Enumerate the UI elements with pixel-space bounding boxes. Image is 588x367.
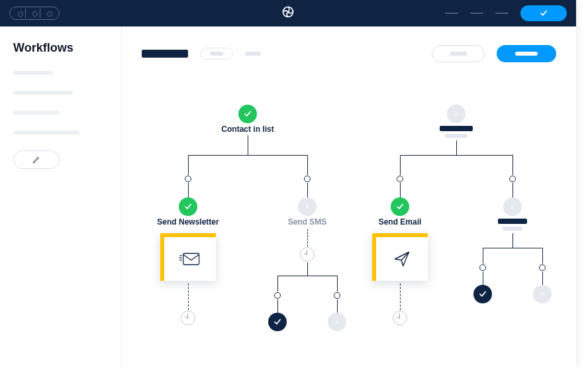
connector <box>513 233 513 248</box>
connector-dot <box>274 292 281 299</box>
topbar-link[interactable] <box>495 13 509 14</box>
sidebar-title: Workflows <box>13 41 108 55</box>
brand-logo <box>281 5 295 21</box>
node-status-muted[interactable] <box>298 197 317 216</box>
clock-icon <box>181 311 195 325</box>
stepper-dot <box>28 9 40 18</box>
connector <box>277 276 278 291</box>
check-icon <box>273 317 282 327</box>
connector <box>277 276 337 276</box>
action-card-newsletter[interactable] <box>160 233 216 281</box>
connector <box>513 183 513 197</box>
connector <box>483 248 483 264</box>
connector <box>456 140 457 155</box>
close-icon <box>452 110 460 118</box>
connector <box>542 248 543 264</box>
confirm-button[interactable] <box>520 5 567 21</box>
sidebar-item[interactable] <box>13 131 79 134</box>
tab-item[interactable] <box>200 48 233 60</box>
connector <box>307 229 308 246</box>
paper-plane-icon <box>393 250 411 268</box>
sidebar-item[interactable] <box>13 91 73 95</box>
node-label: Send Email <box>379 217 422 227</box>
connector-dot <box>539 264 546 271</box>
pencil-icon <box>32 155 41 164</box>
main-area: Contact in list Send Newsletter <box>122 26 576 367</box>
stepper-dot <box>14 9 26 18</box>
node-label: Send SMS <box>288 217 327 227</box>
connector <box>188 155 189 175</box>
node-label: Contact in list <box>221 125 273 134</box>
node-status-muted[interactable] <box>533 285 552 303</box>
connector-dot <box>334 292 340 299</box>
check-icon <box>539 9 548 18</box>
check-icon <box>395 202 405 211</box>
topbar <box>0 0 576 26</box>
connector-dot <box>185 176 191 182</box>
svg-rect-1 <box>183 254 199 265</box>
topbar-link[interactable] <box>470 13 483 14</box>
connector <box>483 272 483 285</box>
connector <box>188 155 307 156</box>
node-label: Send Newsletter <box>157 217 219 227</box>
connector <box>513 155 513 175</box>
connector <box>277 299 278 313</box>
connector <box>400 284 401 310</box>
tab-active[interactable] <box>142 50 188 58</box>
node-status-muted[interactable] <box>328 313 346 331</box>
node-status-complete[interactable] <box>473 285 492 303</box>
node-status-muted[interactable] <box>503 197 522 216</box>
node-sub-placeholder <box>503 227 522 231</box>
check-icon <box>183 202 193 211</box>
tabs-row <box>122 26 576 68</box>
topbar-link[interactable] <box>445 13 458 14</box>
close-icon <box>538 290 546 298</box>
edit-button[interactable] <box>13 150 60 169</box>
node-label-placeholder <box>498 219 527 224</box>
connector <box>188 183 189 197</box>
node-sub-placeholder <box>445 134 467 138</box>
tab-item[interactable] <box>245 52 261 56</box>
connector <box>483 248 542 248</box>
connector <box>307 155 308 175</box>
secondary-button[interactable] <box>432 45 485 62</box>
connector-dot <box>397 176 403 182</box>
node-status-success[interactable] <box>179 197 197 216</box>
connector <box>307 262 308 276</box>
connector <box>400 155 401 175</box>
close-icon <box>333 318 341 326</box>
envelope-icon <box>179 251 201 267</box>
connector <box>188 284 189 310</box>
sidebar-item[interactable] <box>13 111 60 115</box>
close-icon <box>509 203 516 211</box>
close-icon <box>303 203 311 211</box>
connector-dot <box>509 176 516 182</box>
connector <box>400 183 401 197</box>
clock-icon <box>300 247 315 262</box>
connector <box>248 135 248 155</box>
connector <box>337 299 338 313</box>
sidebar-item[interactable] <box>13 71 53 75</box>
primary-button[interactable] <box>497 45 556 62</box>
sidebar: Workflows <box>0 26 122 367</box>
node-status-success[interactable] <box>391 197 409 216</box>
connector <box>400 155 513 156</box>
connector <box>542 272 543 285</box>
clock-icon <box>393 311 407 325</box>
node-status-muted[interactable] <box>447 105 466 123</box>
connector <box>337 276 338 291</box>
stepper-dot <box>43 9 55 18</box>
topbar-actions <box>445 5 567 21</box>
node-status-success[interactable] <box>238 105 257 123</box>
connector-dot <box>479 264 486 271</box>
topbar-stepper[interactable] <box>9 7 60 20</box>
connector-dot <box>304 176 311 182</box>
node-label-placeholder <box>440 126 473 131</box>
check-icon <box>478 289 487 299</box>
workflow-canvas[interactable]: Contact in list Send Newsletter <box>122 68 576 367</box>
node-status-complete[interactable] <box>268 313 287 331</box>
action-card-email[interactable] <box>372 233 428 281</box>
spiral-logo-icon <box>281 5 295 19</box>
connector <box>307 183 308 197</box>
check-icon <box>243 109 252 119</box>
